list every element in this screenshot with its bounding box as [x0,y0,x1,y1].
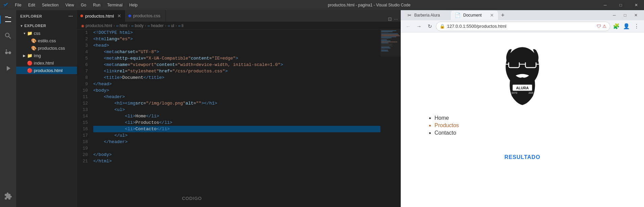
shield-icon[interactable]: 🛡 [597,24,601,29]
code-line-20: </body> [93,152,380,158]
code-line-9: </head> [93,81,380,87]
address-bar[interactable]: 🔒 127.0.0.1:5500/productos.html 🛡 ⚠ [436,22,610,31]
code-line-4: <meta charset="UTF-8"> [93,49,380,55]
code-editor[interactable]: 12345 678910 1112131415 1617181920 21 <!… [77,29,401,207]
tab-bar: productos.html ✕ productos.css ⊡ ··· [77,10,401,22]
tab-close-document[interactable]: ✕ [490,13,494,18]
breadcrumb: ◉ productos.html › ‹› html › ‹› body › ‹… [77,22,401,29]
code-line-19 [93,145,380,152]
sidebar: EXPLORER ··· ▾ EXPLORER ▾ 📁 css ▶ 🎨 esti… [16,10,77,207]
tree-item-productos-html[interactable]: ▶ 🔴 productos.html [16,67,77,74]
breadcrumb-html[interactable]: ‹› html [116,23,127,28]
menu-run[interactable]: Run [90,1,104,9]
tree-item-pagina1[interactable]: ▾ EXPLORER [16,22,77,29]
minimize-button[interactable]: ─ [597,0,613,10]
tab-productos-html[interactable]: productos.html ✕ [77,10,125,22]
code-line-15: <li>Productos</li> [93,119,380,126]
tree-item-img-folder[interactable]: ▶ 📁 img [16,52,77,59]
browser-minimize-btn[interactable]: ─ [609,10,620,20]
breadcrumb-li[interactable]: ‹› li [178,23,183,28]
address-text: 127.0.0.1:5500/productos.html [447,24,595,29]
barber-logo: ALURA ESTD 2020 [492,39,553,107]
tab-productos-css-label: productos.css [133,13,160,18]
reload-button[interactable]: ↻ [425,22,435,31]
more-actions-icon[interactable]: ··· [394,16,398,22]
header-tag-icon: ‹› [148,24,150,28]
browser-close-btn[interactable]: ✕ [630,10,641,20]
code-line-12: <h1><img src="/img/logo.png" alt=""></h1… [93,100,380,107]
menu-selection[interactable]: Selection [39,1,62,9]
code-line-10: <body> [93,87,380,94]
tree-item-index-html[interactable]: ▶ 🔴 index.html [16,59,77,67]
document-favicon: 📄 [455,13,461,18]
maximize-button[interactable]: □ [613,0,628,10]
code-line-21: </html> [93,158,380,164]
html-breadcrumb-icon: ◉ [81,24,84,28]
nav-item-contacto: Contacto [435,130,459,136]
browser-maximize-btn[interactable]: □ [620,10,630,20]
close-button[interactable]: ✕ [628,0,644,10]
index-html-label: index.html [34,61,54,66]
breadcrumb-header[interactable]: ‹› header [148,23,164,28]
profile-icon[interactable]: 👤 [622,22,631,31]
run-debug-activity-icon[interactable] [0,60,16,76]
breadcrumb-ul[interactable]: ‹› ul [168,23,174,28]
css-folder-arrow: ▾ [22,31,27,35]
css-tab-dot [128,15,131,17]
pagina1-label: EXPLORER [24,24,46,28]
browser-tab-barberia[interactable]: ✂ Barberia Alura [403,10,451,20]
explorer-activity-icon[interactable] [0,12,16,28]
code-line-13: <ul> [93,107,380,113]
menu-file[interactable]: File [11,1,25,9]
img-folder-icon: 📁 [27,53,32,58]
forward-button[interactable]: → [414,22,424,31]
menu-go[interactable]: Go [77,1,90,9]
tree-item-productos-css[interactable]: ▶ 🎨 productos.css [16,44,77,52]
menu-help[interactable]: Help [126,1,141,9]
extensions-browser-icon[interactable]: 🧩 [612,22,621,31]
menu-view[interactable]: View [62,1,77,9]
html-file-icon2: 🔴 [27,68,32,73]
editor-area: productos.html ✕ productos.css ⊡ ··· ◉ p… [77,10,401,207]
new-tab-button[interactable]: + [498,10,507,20]
css-file-icon2: 🎨 [31,46,36,51]
code-line-18: </header> [93,139,380,145]
split-editor-icon[interactable]: ⊡ [388,16,392,22]
svg-text:2020: 2020 [528,92,534,94]
breadcrumb-body[interactable]: ‹› body [131,23,144,28]
barberia-tab-label: Barberia Alura [414,13,440,18]
svg-text:ALURA: ALURA [516,86,529,90]
warning-icon[interactable]: ⚠ [602,24,606,29]
browser-toolbar: ← → ↻ 🔒 127.0.0.1:5500/productos.html 🛡 … [401,20,644,32]
tree-item-css-folder[interactable]: ▾ 📁 css [16,29,77,37]
browser-window-controls: ─ □ ✕ [609,10,641,20]
source-control-activity-icon[interactable] [0,44,16,60]
titlebar-title: productos.html - pagina1 - Visual Studio… [141,3,597,7]
search-activity-icon[interactable] [0,28,16,44]
back-button[interactable]: ← [403,22,413,31]
browser-tab-document[interactable]: 📄 Document ✕ [451,10,498,20]
browser-pane: ✂ Barberia Alura 📄 Document ✕ + ─ □ ✕ ← … [401,10,644,207]
tab-close-html[interactable]: ✕ [117,13,121,19]
main-area: EXPLORER ··· ▾ EXPLORER ▾ 📁 css ▶ 🎨 esti… [0,10,644,207]
file-tree: ▾ EXPLORER ▾ 📁 css ▶ 🎨 estilo.css ▶ 🎨 pr… [16,22,77,207]
menu-edit[interactable]: Edit [25,1,39,9]
extensions-activity-icon[interactable] [0,188,16,204]
css-file-icon: 🎨 [31,38,36,43]
tree-item-estilo-css[interactable]: ▶ 🎨 estilo.css [16,37,77,44]
lock-icon: 🔒 [440,24,445,29]
img-folder-arrow: ▶ [22,54,27,58]
minimap-slider[interactable] [380,29,401,56]
tab-productos-css[interactable]: productos.css [125,10,166,22]
menu-terminal[interactable]: Terminal [104,1,126,9]
code-line-14: <li>Home</li> [93,113,380,119]
code-line-7: <link rel="stylesheet" href="/css/produc… [93,68,380,74]
css-folder-label: css [34,31,41,36]
breadcrumb-file[interactable]: ◉ productos.html [81,23,112,28]
barberia-favicon: ✂ [407,13,412,18]
vscode-icon [3,2,9,8]
nav-list: Home Productos Contacto [428,114,459,137]
browser-toolbar-right: 🧩 👤 ⋮ [612,22,641,31]
sidebar-header-actions[interactable]: ··· [69,14,73,19]
more-browser-icon[interactable]: ⋮ [632,22,641,31]
